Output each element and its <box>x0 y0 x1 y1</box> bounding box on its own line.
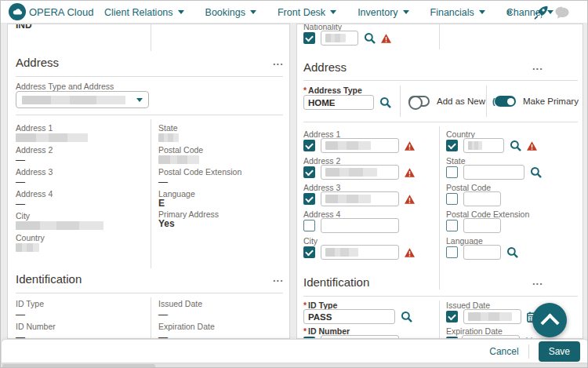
chat-icon[interactable] <box>553 3 571 21</box>
opera-cloud-logo-icon[interactable] <box>9 3 26 20</box>
search-icon[interactable] <box>506 246 518 258</box>
address-3-input[interactable] <box>321 191 399 206</box>
postal-code-row <box>446 191 501 206</box>
warning-icon <box>527 141 537 151</box>
horizontal-scrollbar[interactable] <box>1 363 588 368</box>
chevron-down-icon <box>250 10 256 14</box>
field-label: ID Type <box>16 299 44 308</box>
toggle-label: Add as New <box>437 97 485 106</box>
section-title-address: Address <box>16 56 59 69</box>
field-value: — <box>158 177 168 188</box>
field-label: State <box>158 123 178 133</box>
address-section-menu[interactable]: ... <box>532 60 543 72</box>
address-3-checkbox[interactable] <box>303 193 315 205</box>
field-label: ID Number <box>16 322 56 331</box>
search-icon[interactable] <box>401 311 412 322</box>
top-navigation-bar: OPERA Cloud Client Relations Bookings Fr… <box>1 1 588 24</box>
postal-code-ext-checkbox[interactable] <box>446 220 458 231</box>
field-value: E <box>158 198 165 209</box>
redacted-value <box>325 168 377 177</box>
divider <box>16 115 283 115</box>
chevron-down-icon <box>403 10 409 14</box>
issued-date-input[interactable] <box>463 309 521 324</box>
address-type-dropdown[interactable] <box>16 91 149 108</box>
country-input[interactable] <box>463 138 504 153</box>
identification-section-menu[interactable]: ... <box>532 275 543 287</box>
address-1-input[interactable] <box>321 138 399 153</box>
address-4-input[interactable] <box>321 218 399 233</box>
field-label: Postal Code Extension <box>158 167 241 177</box>
postal-code-ext-row <box>446 218 501 233</box>
address-1-checkbox[interactable] <box>303 140 315 151</box>
state-checkbox[interactable] <box>446 166 458 178</box>
add-as-new-toggle[interactable] <box>408 96 430 107</box>
nationality-checkbox[interactable] <box>303 32 315 44</box>
column-divider <box>151 297 151 339</box>
scroll-to-top-button[interactable] <box>532 303 567 337</box>
rocket-icon[interactable] <box>532 3 550 21</box>
language-checkbox[interactable] <box>446 246 458 258</box>
nav-item-bookings[interactable]: Bookings <box>205 7 256 18</box>
address-2-input[interactable] <box>321 165 399 180</box>
address-type-label: *Address Type <box>303 86 362 95</box>
postal-code-ext-input[interactable] <box>463 218 501 233</box>
address-section-menu[interactable]: ... <box>273 56 284 67</box>
city-input[interactable] <box>321 245 399 260</box>
field-value: — <box>16 332 25 339</box>
warning-icon <box>405 168 415 177</box>
search-icon[interactable] <box>364 32 376 44</box>
redacted-value <box>158 155 199 164</box>
country-row <box>446 138 537 153</box>
address-4-checkbox[interactable] <box>303 220 315 231</box>
field-label: Postal Code <box>158 145 203 155</box>
divider <box>303 80 578 81</box>
state-input[interactable] <box>463 165 524 180</box>
postal-code-input[interactable] <box>463 191 501 206</box>
cancel-button[interactable]: Cancel <box>489 346 518 357</box>
chevron-down-icon <box>330 10 336 14</box>
section-title-identification: Identification <box>16 272 82 286</box>
field-value: — <box>16 309 25 320</box>
language-input[interactable] <box>463 245 501 260</box>
issued-date-checkbox[interactable] <box>446 311 458 322</box>
clipped-field-value: IND <box>16 24 32 31</box>
field-label: City <box>16 211 30 220</box>
required-marker: * <box>303 86 307 95</box>
nav-item-client-relations[interactable]: Client Relations <box>104 7 184 18</box>
identification-section-menu[interactable]: ... <box>273 272 284 284</box>
column-divider <box>151 24 151 51</box>
search-icon[interactable] <box>530 166 542 178</box>
save-button[interactable]: Save <box>539 341 580 362</box>
action-footer: Cancel Save <box>1 339 588 363</box>
address-type-input[interactable]: HOME <box>303 95 374 110</box>
country-checkbox[interactable] <box>446 140 458 151</box>
id-type-input[interactable]: PASS <box>303 309 395 324</box>
field-value: — <box>16 199 25 210</box>
search-icon[interactable] <box>379 97 391 108</box>
redacted-value <box>325 141 371 150</box>
nav-item-financials[interactable]: Financials <box>430 7 485 18</box>
column-divider <box>151 119 151 268</box>
nav-item-inventory[interactable]: Inventory <box>358 7 408 18</box>
address-2-row <box>303 165 415 180</box>
redacted-value <box>468 141 482 150</box>
section-title-identification: Identification <box>303 275 369 289</box>
field-label: Address 3 <box>16 167 53 177</box>
city-checkbox[interactable] <box>303 246 315 258</box>
opera-cloud-window: OPERA Cloud Client Relations Bookings Fr… <box>0 0 588 368</box>
nationality-input[interactable] <box>321 31 358 46</box>
address-4-row <box>303 218 399 233</box>
search-icon[interactable] <box>510 140 521 151</box>
address-1-row <box>303 138 415 153</box>
postal-code-checkbox[interactable] <box>446 193 458 205</box>
right-edit-panel: Nationality Address ... *Address Type HO… <box>296 24 583 339</box>
nav-item-front-desk[interactable]: Front Desk <box>278 7 336 18</box>
nav-overflow-chevrons[interactable]: » <box>506 5 512 17</box>
make-primary-toggle[interactable] <box>495 96 516 107</box>
field-label: Expiration Date <box>158 322 215 331</box>
horizontal-scrollbar-thumb[interactable] <box>2 364 155 368</box>
address-2-checkbox[interactable] <box>303 166 315 178</box>
state-row <box>446 165 542 180</box>
chevron-down-icon <box>178 10 184 14</box>
toggle-label: Make Primary <box>523 97 579 106</box>
